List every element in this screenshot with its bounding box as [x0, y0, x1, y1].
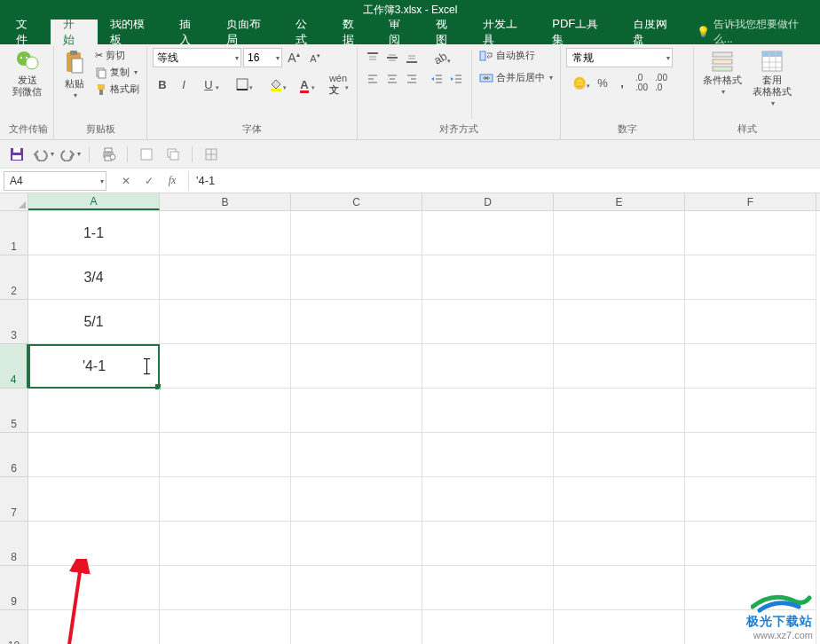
align-top-button[interactable]	[363, 48, 382, 67]
cell-E9[interactable]	[554, 566, 685, 610]
tab-view[interactable]: 视图	[423, 20, 470, 44]
cell-F7[interactable]	[685, 477, 816, 522]
tab-baidupan[interactable]: 百度网盘	[620, 20, 690, 44]
row-header-7[interactable]: 7	[0, 477, 28, 522]
align-center-button[interactable]	[382, 69, 402, 89]
increase-indent-button[interactable]	[446, 69, 466, 89]
phonetic-guide-button[interactable]: wén文	[325, 75, 351, 94]
tab-pagelayout[interactable]: 页面布局	[214, 20, 283, 44]
row-header-10[interactable]: 10	[0, 610, 28, 644]
col-header-C[interactable]: C	[291, 193, 422, 210]
cell-C4[interactable]	[291, 344, 422, 389]
orientation-button[interactable]: ab	[427, 48, 453, 67]
select-all-corner[interactable]	[0, 193, 28, 210]
qat-misc-1-button[interactable]	[135, 144, 158, 165]
cell-F4[interactable]	[685, 344, 816, 389]
save-button[interactable]	[5, 144, 28, 165]
cell-D5[interactable]	[422, 389, 554, 433]
wrap-text-button[interactable]: 自动换行	[477, 48, 555, 63]
tab-developer[interactable]: 开发工具	[470, 20, 540, 44]
qat-misc-2-button[interactable]	[162, 144, 185, 165]
col-header-A[interactable]: A	[28, 193, 160, 210]
cell-F6[interactable]	[685, 433, 816, 477]
italic-button[interactable]: I	[174, 75, 193, 94]
tab-data[interactable]: 数据	[330, 20, 377, 44]
cell-D7[interactable]	[422, 477, 554, 522]
row-header-8[interactable]: 8	[0, 522, 28, 566]
cell-F3[interactable]	[685, 300, 816, 344]
tab-pdftools[interactable]: PDF工具集	[540, 20, 619, 44]
cell-E6[interactable]	[554, 433, 685, 477]
row-header-4[interactable]: 4	[0, 344, 28, 389]
increase-decimal-button[interactable]: .0.00	[632, 73, 651, 92]
cell-F1[interactable]	[685, 211, 816, 255]
cell-B6[interactable]	[160, 433, 291, 477]
tab-formulas[interactable]: 公式	[283, 20, 330, 44]
merge-center-button[interactable]: 合并后居中▾	[477, 70, 555, 85]
col-header-D[interactable]: D	[422, 193, 554, 210]
cell-A6[interactable]	[28, 433, 160, 477]
cell-A7[interactable]	[28, 477, 160, 522]
fill-color-button[interactable]	[263, 75, 289, 94]
cell-B3[interactable]	[160, 300, 291, 344]
cell-B8[interactable]	[160, 522, 291, 566]
increase-font-button[interactable]: A▴	[284, 48, 304, 67]
format-painter-button[interactable]: 格式刷	[93, 82, 141, 97]
cell-C6[interactable]	[291, 433, 422, 477]
cell-D9[interactable]	[422, 566, 554, 610]
align-bottom-button[interactable]	[402, 48, 422, 67]
cell-D2[interactable]	[422, 255, 554, 300]
row-header-1[interactable]: 1	[0, 211, 28, 255]
tab-review[interactable]: 审阅	[376, 20, 423, 44]
cell-C10[interactable]	[291, 610, 422, 644]
cell-E4[interactable]	[554, 344, 685, 389]
cell-A1[interactable]: 1-1	[28, 211, 160, 255]
font-size-combo[interactable]: 16▾	[243, 48, 282, 67]
cell-A3[interactable]: 5/1	[28, 300, 160, 344]
print-preview-button[interactable]	[97, 144, 120, 165]
tab-file[interactable]: 文件	[4, 20, 51, 44]
tab-home[interactable]: 开始	[51, 20, 98, 44]
cell-B2[interactable]	[160, 255, 291, 300]
cell-E2[interactable]	[554, 255, 685, 300]
font-color-button[interactable]: A	[291, 75, 318, 94]
cell-C3[interactable]	[291, 300, 422, 344]
cell-C7[interactable]	[291, 477, 422, 522]
cell-D3[interactable]	[422, 300, 554, 344]
copy-button[interactable]: 复制▾	[93, 65, 141, 80]
cell-A9[interactable]	[28, 566, 160, 610]
cell-F2[interactable]	[685, 255, 816, 300]
cell-A8[interactable]	[28, 522, 160, 566]
worksheet-grid[interactable]: A B C D E F 11-1 23/4 35/1 4'4-1 5 6 7 8…	[0, 193, 820, 644]
row-header-3[interactable]: 3	[0, 300, 28, 344]
send-to-wechat-button[interactable]: 发送到微信	[9, 48, 45, 99]
decrease-font-button[interactable]: A▾	[305, 48, 325, 67]
row-header-9[interactable]: 9	[0, 566, 28, 610]
accounting-format-button[interactable]: 🪙	[566, 73, 593, 92]
cell-B1[interactable]	[160, 211, 291, 255]
col-header-B[interactable]: B	[160, 193, 291, 210]
tell-me-search[interactable]: 💡 告诉我您想要做什么...	[690, 20, 820, 44]
row-header-5[interactable]: 5	[0, 389, 28, 433]
bold-button[interactable]: B	[153, 75, 172, 94]
paste-button[interactable]: 粘贴 ▾	[59, 48, 90, 101]
formula-input[interactable]: '4-1	[188, 171, 820, 191]
cell-B9[interactable]	[160, 566, 291, 610]
table-format-button[interactable]: 套用表格格式▾	[749, 48, 795, 109]
col-header-F[interactable]: F	[685, 193, 816, 210]
cell-E7[interactable]	[554, 477, 685, 522]
cancel-edit-button[interactable]: ✕	[115, 172, 137, 190]
cell-D1[interactable]	[422, 211, 554, 255]
cell-D4[interactable]	[422, 344, 554, 389]
cell-E3[interactable]	[554, 300, 685, 344]
redo-button[interactable]: ▾	[59, 144, 82, 165]
align-right-button[interactable]	[402, 69, 422, 89]
undo-button[interactable]: ▾	[32, 144, 55, 165]
cell-E1[interactable]	[554, 211, 685, 255]
row-header-2[interactable]: 2	[0, 255, 28, 300]
cell-A2[interactable]: 3/4	[28, 255, 160, 300]
qat-misc-3-button[interactable]	[200, 144, 223, 165]
cell-E5[interactable]	[554, 389, 685, 433]
cell-B10[interactable]	[160, 610, 291, 644]
cell-F9[interactable]	[685, 566, 816, 610]
